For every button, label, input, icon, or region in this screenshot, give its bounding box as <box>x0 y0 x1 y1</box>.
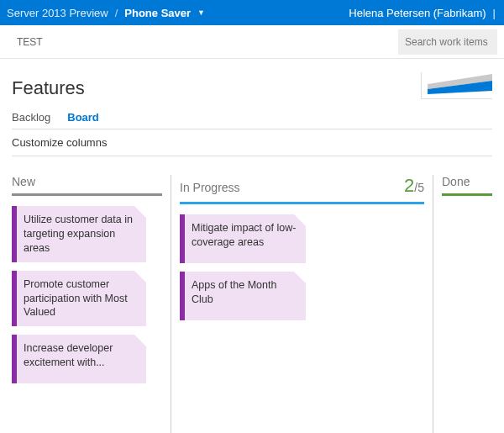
tab-board[interactable]: Board <box>67 111 99 124</box>
column-done: Done <box>433 175 492 433</box>
card-title: Increase developer excitement with... <box>24 342 113 368</box>
work-item-card[interactable]: Utilize customer data in targeting expan… <box>12 206 146 262</box>
work-item-card[interactable]: Promote customer participation with Most… <box>12 271 146 327</box>
global-header: Server 2013 Preview / Phone Saver ▼ Hele… <box>0 0 504 25</box>
column-in-progress: In Progress 2/5 Mitigate impact of low-c… <box>171 175 433 433</box>
card-title: Utilize customer data in targeting expan… <box>24 214 133 254</box>
kanban-board: New Utilize customer data in targeting e… <box>12 175 492 433</box>
column-label: New <box>12 175 35 188</box>
wip-limit: /5 <box>414 181 424 194</box>
view-tabs: Backlog Board <box>12 111 492 129</box>
card-title: Mitigate impact of low-coverage areas <box>192 222 296 248</box>
nav-item-test[interactable]: TEST <box>17 36 43 48</box>
work-item-card[interactable]: Mitigate impact of low-coverage areas <box>180 214 306 263</box>
card-title: Apps of the Month Club <box>192 279 276 305</box>
hub-nav: TEST <box>17 36 43 48</box>
work-item-card[interactable]: Increase developer excitement with... <box>12 335 146 383</box>
breadcrumb-separator: / <box>115 7 118 19</box>
board-toolbar: Customize columns <box>12 129 492 156</box>
user-menu-divider: | <box>493 7 496 19</box>
column-label: In Progress <box>180 181 240 194</box>
work-item-card[interactable]: Apps of the Month Club <box>180 272 306 320</box>
current-user[interactable]: Helena Petersen (Fabrikam) <box>349 7 486 19</box>
breadcrumb-root[interactable]: Server 2013 Preview <box>7 7 108 19</box>
tab-backlog[interactable]: Backlog <box>12 111 50 124</box>
wip-counter: 2/5 <box>404 175 424 197</box>
search-placeholder: Search work items <box>405 36 488 48</box>
search-input[interactable]: Search work items <box>398 29 497 55</box>
page-title: Features <box>12 77 85 99</box>
page-body: Features Backlog Board Customize columns… <box>0 59 504 433</box>
breadcrumb-project[interactable]: Phone Saver <box>124 7 191 19</box>
chevron-down-icon[interactable]: ▼ <box>197 8 205 17</box>
column-new: New Utilize customer data in targeting e… <box>12 175 171 433</box>
cfd-sparkline[interactable] <box>421 72 492 99</box>
card-title: Promote customer participation with Most… <box>24 278 128 319</box>
wip-current: 2 <box>404 175 414 196</box>
customize-columns-button[interactable]: Customize columns <box>12 136 107 149</box>
column-label: Done <box>442 175 470 188</box>
sub-header: TEST Search work items <box>0 25 504 59</box>
